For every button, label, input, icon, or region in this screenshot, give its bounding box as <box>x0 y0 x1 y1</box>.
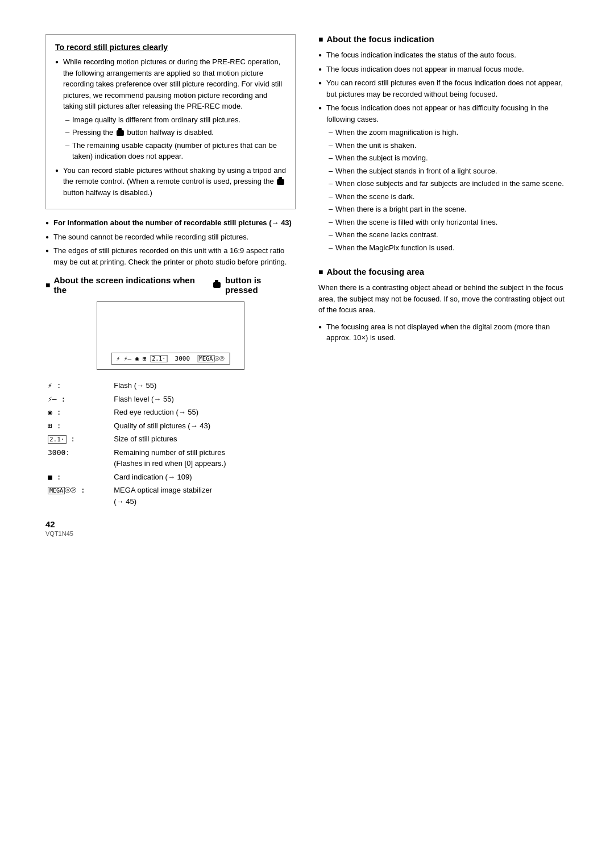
focus-sub-list: When the zoom magnification is high. Whe… <box>326 127 569 253</box>
indicator-desc: MEGA optical image stabilizer(→ 45) <box>111 483 296 508</box>
camera-icon-3 <box>213 282 221 288</box>
extra-bullets: For information about the number of reco… <box>45 217 296 267</box>
page-number: 42 <box>45 519 296 529</box>
page-layout: To record still pictures clearly While r… <box>45 34 569 537</box>
focus-bullet-2: The focus indication does not appear in … <box>318 64 569 75</box>
focus-sub-10: When the MagicPix function is used. <box>326 242 569 254</box>
left-column: To record still pictures clearly While r… <box>45 34 296 537</box>
focus-sub-6: When the scene is dark. <box>326 191 569 202</box>
focus-indication-section: About the focus indication The focus ind… <box>318 34 569 253</box>
indicator-table: ⚡ : Flash (→ 55) ⚡– : Flash level (→ 55)… <box>45 379 296 508</box>
indicator-row: MEGA⦾⧁ : MEGA optical image stabilizer(→… <box>45 483 296 508</box>
indicator-desc: Flash (→ 55) <box>111 379 296 392</box>
sub-item-3: The remaining usable capacity (number of… <box>63 140 286 162</box>
focusing-area-section: About the focusing area When there is a … <box>318 267 569 344</box>
focus-sub-2: When the unit is shaken. <box>326 140 569 151</box>
screen-bottom-bar: ⚡ ⚡– ◉ ⊞ 2.1· 3000 MEGA⦾⧁ <box>111 353 230 365</box>
box-title: To record still pictures clearly <box>55 43 286 52</box>
focus-bullet-1: The focus indication indicates the statu… <box>318 49 569 61</box>
indicator-symbol: 2.1· : <box>45 432 111 446</box>
indicator-row: 2.1· : Size of still pictures <box>45 432 296 446</box>
indicator-row: 3000: Remaining number of still pictures… <box>45 446 296 470</box>
sub-item-1: Image quality is different from ordinary… <box>63 114 286 126</box>
extra-bullet-1: For information about the number of reco… <box>45 217 296 229</box>
indicator-symbol: 3000: <box>45 446 111 470</box>
indicator-row: ⊞ : Quality of still pictures (→ 43) <box>45 419 296 433</box>
focus-bullet-3: You can record still pictures even if th… <box>318 77 569 100</box>
indicator-desc: Quality of still pictures (→ 43) <box>111 419 296 433</box>
focus-sub-8: When the scene is filled with only horiz… <box>326 217 569 228</box>
focus-sub-4: When the subject stands in front of a li… <box>326 166 569 177</box>
focus-sub-7: When there is a bright part in the scene… <box>326 204 569 215</box>
indicator-symbol: MEGA⦾⧁ : <box>45 483 111 508</box>
focus-sub-5: When close subjects and far subjects are… <box>326 178 569 189</box>
indicator-symbol: ⚡– : <box>45 392 111 406</box>
camera-icon-1 <box>117 130 124 136</box>
focusing-area-bullets: The focusing area is not displayed when … <box>318 321 569 344</box>
screen-section-title: About the screen indications when the bu… <box>45 275 296 295</box>
right-column: About the focus indication The focus ind… <box>318 34 569 537</box>
focus-sub-3: When the subject is moving. <box>326 152 569 164</box>
indicator-desc: Size of still pictures <box>111 432 296 446</box>
indicator-symbol: ⚡ : <box>45 379 111 392</box>
focusing-area-title: About the focusing area <box>318 267 569 276</box>
camera-icon-2 <box>277 179 284 185</box>
box-section: To record still pictures clearly While r… <box>45 34 296 209</box>
extra-bullet-3: The edges of still pictures recorded on … <box>45 245 296 267</box>
indicator-symbol: ◉ : <box>45 406 111 419</box>
box-bullet-2: You can record stable pictures without s… <box>55 165 286 199</box>
indicator-row: ⚡– : Flash level (→ 55) <box>45 392 296 406</box>
indicator-symbol: ⊞ : <box>45 419 111 433</box>
focus-bullet-list: The focus indication indicates the statu… <box>318 49 569 253</box>
focus-sub-9: When the scene lacks contrast. <box>326 229 569 241</box>
page-code: VQT1N45 <box>45 530 296 537</box>
indicator-desc: Red eye reduction (→ 55) <box>111 406 296 419</box>
sub-item-2: Pressing the button halfway is disabled. <box>63 127 286 138</box>
indicator-row: ◉ : Red eye reduction (→ 55) <box>45 406 296 419</box>
box-sub-list-1: Image quality is different from ordinary… <box>63 114 286 162</box>
indicator-desc: Flash level (→ 55) <box>111 392 296 406</box>
focusing-area-bullet-1: The focusing area is not displayed when … <box>318 321 569 344</box>
screen-section: About the screen indications when the bu… <box>45 275 296 508</box>
focus-sub-1: When the zoom magnification is high. <box>326 127 569 138</box>
indicator-row: ⚡ : Flash (→ 55) <box>45 379 296 392</box>
focus-bullet-4: The focus indication does not appear or … <box>318 102 569 253</box>
indicator-symbol: ■ : <box>45 470 111 484</box>
indicator-row: ■ : Card indication (→ 109) <box>45 470 296 484</box>
indicator-desc: Card indication (→ 109) <box>111 470 296 484</box>
indicator-desc: Remaining number of still pictures(Flash… <box>111 446 296 470</box>
box-bullet-list: While recording motion pictures or durin… <box>55 56 286 198</box>
screen-display-box: ⚡ ⚡– ◉ ⊞ 2.1· 3000 MEGA⦾⧁ <box>97 301 244 370</box>
focusing-area-intro: When there is a contrasting object ahead… <box>318 282 569 316</box>
extra-bullet-2: The sound cannot be recorded while recor… <box>45 232 296 243</box>
box-bullet-1: While recording motion pictures or durin… <box>55 56 286 162</box>
focus-indication-title: About the focus indication <box>318 34 569 44</box>
